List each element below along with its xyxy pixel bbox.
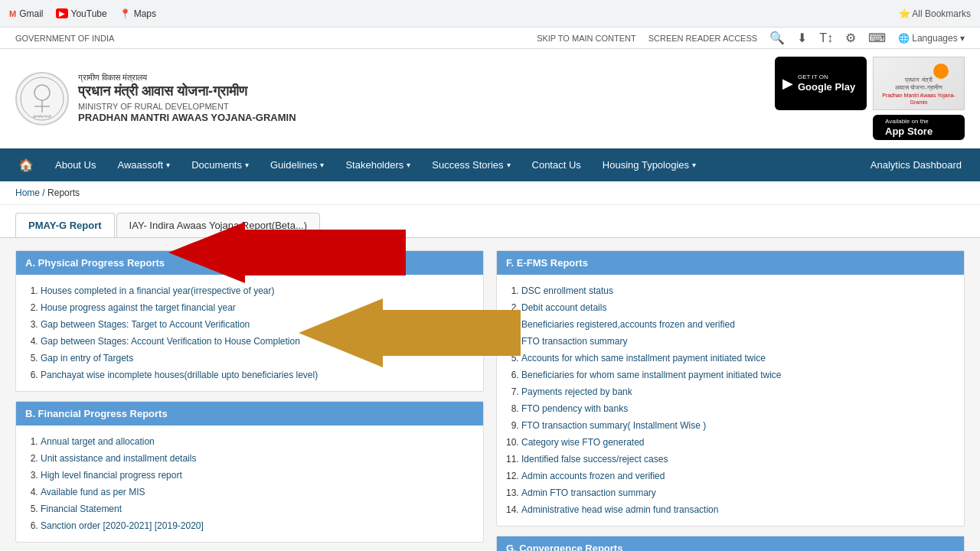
list-item[interactable]: House progress against the target financ…	[41, 299, 472, 316]
list-item[interactable]: Beneficiaries for whom same installment …	[521, 367, 953, 383]
section-f-body: DSC enrollment status Debit account deta…	[497, 275, 964, 526]
download-icon[interactable]: ⬇	[797, 31, 807, 45]
text-size-icon[interactable]: T↕	[819, 31, 833, 45]
breadcrumb-separator: /	[42, 187, 44, 198]
google-play-icon: ▶	[782, 75, 793, 92]
stakeholders-arrow: ▾	[407, 161, 410, 169]
nav-about[interactable]: About Us	[44, 150, 106, 180]
list-item[interactable]: FTO pendency with banks	[521, 400, 953, 417]
list-item[interactable]: Annual target and allocation	[41, 433, 472, 450]
nav-guidelines[interactable]: Guidelines ▾	[260, 150, 335, 180]
all-bookmarks[interactable]: ⭐ All Bookmarks	[899, 8, 971, 19]
section-a-header: A. Physical Progress Reports	[16, 251, 483, 275]
section-b-header: B. Financial Progress Reports	[16, 402, 483, 425]
svg-point-1	[34, 85, 50, 100]
keyboard-icon[interactable]: ⌨	[868, 31, 886, 45]
screen-reader-link[interactable]: SCREEN READER ACCESS	[648, 34, 757, 43]
search-icon[interactable]: 🔍	[769, 31, 785, 45]
list-item[interactable]: High level financial progress report	[41, 467, 472, 484]
list-item[interactable]: Sanction order [2020-2021] [2019-2020]	[41, 517, 472, 534]
list-item[interactable]: Houses completed in a financial year(irr…	[41, 282, 472, 299]
hindi-title: प्रधान मंत्री आवास योजना-ग्रामीण	[78, 83, 296, 100]
gmail-label: Gmail	[19, 8, 43, 19]
list-item[interactable]: Unit assistance and installment details	[41, 450, 472, 467]
list-item[interactable]: Debit account details	[521, 299, 953, 316]
list-item[interactable]: Gap between Stages: Account Verification…	[41, 333, 472, 350]
list-item[interactable]: Admin accounts frozen and verified	[521, 468, 953, 484]
list-item[interactable]: Panchayat wise incomplete houses(drillab…	[41, 367, 472, 383]
list-item[interactable]: DSC enrollment status	[521, 282, 953, 299]
store-row: ▶ GET IT ON Google Play प्रधान मंत्रीआवा…	[775, 57, 965, 110]
nav-contact[interactable]: Contact Us	[521, 150, 592, 180]
browser-bar: M Gmail ▶ YouTube 📍 Maps ⭐ All Bookmarks	[0, 0, 980, 28]
svg-text:सत्यमेव जयते: सत्यमेव जयते	[32, 114, 51, 119]
main-header: सत्यमेव जयते ग्रामीण विकास मंत्रालय प्रध…	[0, 49, 980, 148]
app-store-button[interactable]: Available on the App Store	[873, 115, 965, 140]
section-f-header: F. E-FMS Reports	[497, 251, 964, 275]
gmail-icon: M	[9, 9, 16, 18]
scheme-right-text: प्रधान मंत्रीआवास योजना-ग्रामीणPradhan M…	[877, 77, 961, 106]
section-g-header: G. Convergence Reports	[497, 536, 964, 551]
section-g: G. Convergence Reports Status of Aadhar/…	[496, 536, 965, 551]
home-nav-button[interactable]: 🏠	[8, 148, 44, 181]
section-a: A. Physical Progress Reports Houses comp…	[15, 250, 484, 392]
maps-icon: 📍	[119, 8, 131, 19]
nav-analytics-dashboard[interactable]: Analytics Dashboard	[860, 150, 972, 180]
youtube-tab[interactable]: ▶ YouTube	[56, 8, 107, 19]
list-item[interactable]: Payments rejected by bank	[521, 383, 953, 400]
tab-iay[interactable]: IAY- Indira Awaas Yojana Report(Beta...)	[116, 213, 320, 237]
gmail-tab[interactable]: M Gmail	[9, 8, 44, 19]
scheme-logo-right: प्रधान मंत्रीआवास योजना-ग्रामीणPradhan M…	[873, 57, 965, 110]
list-item[interactable]: Identified false success/reject cases	[521, 451, 953, 468]
section-f: F. E-FMS Reports DSC enrollment status D…	[496, 250, 965, 527]
documents-arrow: ▾	[245, 161, 249, 169]
reports-grid: A. Physical Progress Reports Houses comp…	[15, 238, 965, 551]
right-column: F. E-FMS Reports DSC enrollment status D…	[496, 250, 965, 551]
skip-to-main-link[interactable]: SKIP TO MAIN CONTENT	[537, 34, 636, 43]
nav-stakeholders[interactable]: Stakeholders ▾	[335, 150, 421, 180]
list-item[interactable]: Administrative head wise admin fund tran…	[521, 501, 953, 518]
section-b-body: Annual target and allocation Unit assist…	[16, 425, 483, 542]
guidelines-arrow: ▾	[320, 161, 324, 169]
gov-top-right: SKIP TO MAIN CONTENT SCREEN READER ACCES…	[537, 31, 965, 45]
list-item[interactable]: Available fund as per MIS	[41, 484, 472, 500]
logo-section: सत्यमेव जयते ग्रामीण विकास मंत्रालय प्रध…	[15, 72, 296, 126]
main-nav: 🏠 About Us Awaassoft ▾ Documents ▾ Guide…	[0, 148, 980, 181]
list-item[interactable]: Category wise FTO generated	[521, 434, 953, 451]
language-settings-icon[interactable]: ⚙	[845, 31, 856, 45]
awaassoft-arrow: ▾	[166, 161, 170, 169]
list-item[interactable]: Gap in entry of Targets	[41, 350, 472, 367]
list-item[interactable]: FTO transaction summary( Installment Wis…	[521, 417, 953, 434]
maps-tab[interactable]: 📍 Maps	[119, 8, 156, 19]
section-a-body: Houses completed in a financial year(irr…	[16, 275, 483, 391]
breadcrumb-current: Reports	[47, 187, 80, 198]
youtube-icon: ▶	[56, 8, 68, 18]
breadcrumb-home[interactable]: Home	[15, 187, 40, 198]
nav-housing-typologies[interactable]: Housing Typologies ▾	[592, 150, 707, 180]
list-item[interactable]: Beneficiaries registered,accounts frozen…	[521, 316, 953, 333]
section-b: B. Financial Progress Reports Annual tar…	[15, 401, 484, 543]
google-play-button[interactable]: ▶ GET IT ON Google Play	[775, 57, 867, 110]
maps-label: Maps	[134, 8, 156, 19]
youtube-label: YouTube	[71, 8, 107, 19]
list-item[interactable]: Financial Statement	[41, 500, 472, 517]
app-store-section: ▶ GET IT ON Google Play प्रधान मंत्रीआवा…	[775, 57, 965, 140]
nav-success-stories[interactable]: Success Stories ▾	[421, 150, 521, 180]
nav-documents[interactable]: Documents ▾	[181, 150, 260, 180]
list-item[interactable]: FTO transaction summary	[521, 333, 953, 350]
hindi-subtitle: ग्रामीण विकास मंत्रालय	[78, 72, 296, 83]
languages-button[interactable]: 🌐 Languages ▾	[898, 33, 965, 44]
housing-arrow: ▾	[692, 161, 696, 169]
google-play-text: GET IT ON Google Play	[798, 73, 855, 93]
gov-title: GOVERNMENT OF INDIA	[15, 34, 114, 43]
tab-pmay-g[interactable]: PMAY-G Report	[15, 213, 115, 237]
app-store-row: Available on the App Store	[873, 115, 965, 140]
success-stories-arrow: ▾	[507, 161, 511, 169]
nav-awaassoft[interactable]: Awaassoft ▾	[106, 150, 181, 180]
list-item[interactable]: Accounts for which same installment paym…	[521, 350, 953, 367]
list-item[interactable]: Gap between Stages: Target to Account Ve…	[41, 316, 472, 333]
breadcrumb: Home / Reports	[0, 181, 980, 205]
list-item[interactable]: Admin FTO transaction summary	[521, 484, 953, 501]
tabs-bar: PMAY-G Report IAY- Indira Awaas Yojana R…	[0, 205, 980, 237]
orange-circle	[933, 64, 949, 79]
